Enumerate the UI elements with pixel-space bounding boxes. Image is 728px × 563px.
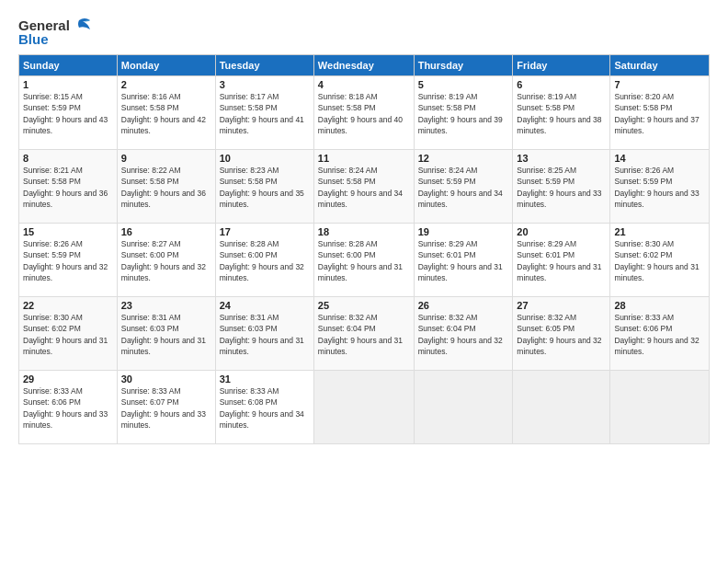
day-number: 12 xyxy=(418,153,509,164)
calendar-cell: 15 Sunrise: 8:26 AMSunset: 5:59 PMDaylig… xyxy=(19,224,118,297)
day-info: Sunrise: 8:16 AMSunset: 5:58 PMDaylight:… xyxy=(121,92,206,135)
calendar: SundayMondayTuesdayWednesdayThursdayFrid… xyxy=(18,54,710,444)
calendar-cell: 25 Sunrise: 8:32 AMSunset: 6:04 PMDaylig… xyxy=(313,297,414,371)
calendar-cell: 1 Sunrise: 8:15 AMSunset: 5:59 PMDayligh… xyxy=(19,76,118,150)
calendar-cell xyxy=(414,371,513,444)
day-info: Sunrise: 8:17 AMSunset: 5:58 PMDaylight:… xyxy=(220,92,304,135)
calendar-cell: 23 Sunrise: 8:31 AMSunset: 6:03 PMDaylig… xyxy=(117,297,215,371)
day-number: 3 xyxy=(220,79,310,90)
logo-general: General xyxy=(18,17,70,33)
day-info: Sunrise: 8:32 AMSunset: 6:04 PMDaylight:… xyxy=(318,313,403,356)
day-info: Sunrise: 8:29 AMSunset: 6:01 PMDaylight:… xyxy=(517,239,601,282)
day-number: 5 xyxy=(418,79,509,90)
calendar-cell: 6 Sunrise: 8:19 AMSunset: 5:58 PMDayligh… xyxy=(513,76,610,150)
day-info: Sunrise: 8:26 AMSunset: 5:59 PMDaylight:… xyxy=(614,166,699,209)
logo: General Blue xyxy=(18,17,92,47)
weekday-header-row: SundayMondayTuesdayWednesdayThursdayFrid… xyxy=(19,55,710,76)
day-number: 26 xyxy=(418,300,509,311)
day-number: 25 xyxy=(318,300,410,311)
calendar-cell: 22 Sunrise: 8:30 AMSunset: 6:02 PMDaylig… xyxy=(19,297,118,371)
calendar-cell: 18 Sunrise: 8:28 AMSunset: 6:00 PMDaylig… xyxy=(313,224,414,297)
day-number: 1 xyxy=(23,79,113,90)
day-number: 29 xyxy=(23,373,113,385)
day-number: 7 xyxy=(614,79,705,90)
calendar-cell: 7 Sunrise: 8:20 AMSunset: 5:58 PMDayligh… xyxy=(610,76,710,150)
day-info: Sunrise: 8:28 AMSunset: 6:00 PMDaylight:… xyxy=(220,239,304,282)
page: General Blue SundayMondayTuesdayWednesda… xyxy=(0,0,728,563)
calendar-cell: 20 Sunrise: 8:29 AMSunset: 6:01 PMDaylig… xyxy=(513,224,610,297)
day-info: Sunrise: 8:26 AMSunset: 5:59 PMDaylight:… xyxy=(23,239,108,282)
day-info: Sunrise: 8:33 AMSunset: 6:06 PMDaylight:… xyxy=(614,313,699,356)
weekday-label: Wednesday xyxy=(313,55,414,76)
calendar-cell: 31 Sunrise: 8:33 AMSunset: 6:08 PMDaylig… xyxy=(215,371,313,444)
day-info: Sunrise: 8:20 AMSunset: 5:58 PMDaylight:… xyxy=(614,92,699,135)
calendar-cell: 19 Sunrise: 8:29 AMSunset: 6:01 PMDaylig… xyxy=(414,224,513,297)
calendar-cell: 28 Sunrise: 8:33 AMSunset: 6:06 PMDaylig… xyxy=(610,297,710,371)
calendar-cell: 14 Sunrise: 8:26 AMSunset: 5:59 PMDaylig… xyxy=(610,150,710,224)
day-info: Sunrise: 8:27 AMSunset: 6:00 PMDaylight:… xyxy=(121,239,206,282)
calendar-header: SundayMondayTuesdayWednesdayThursdayFrid… xyxy=(19,55,710,76)
header: General Blue xyxy=(18,17,710,47)
day-info: Sunrise: 8:30 AMSunset: 6:02 PMDaylight:… xyxy=(614,239,699,282)
day-info: Sunrise: 8:23 AMSunset: 5:58 PMDaylight:… xyxy=(220,166,304,209)
logo-blue: Blue xyxy=(18,31,49,47)
day-info: Sunrise: 8:24 AMSunset: 5:58 PMDaylight:… xyxy=(318,166,403,209)
day-info: Sunrise: 8:28 AMSunset: 6:00 PMDaylight:… xyxy=(318,239,403,282)
day-number: 15 xyxy=(23,226,113,237)
calendar-cell: 2 Sunrise: 8:16 AMSunset: 5:58 PMDayligh… xyxy=(117,76,215,150)
day-info: Sunrise: 8:24 AMSunset: 5:59 PMDaylight:… xyxy=(418,166,503,209)
calendar-cell xyxy=(610,371,710,444)
day-number: 31 xyxy=(220,373,310,385)
day-number: 16 xyxy=(121,226,211,237)
day-number: 17 xyxy=(220,226,310,237)
day-info: Sunrise: 8:33 AMSunset: 6:08 PMDaylight:… xyxy=(220,386,304,430)
calendar-cell: 21 Sunrise: 8:30 AMSunset: 6:02 PMDaylig… xyxy=(610,224,710,297)
day-number: 14 xyxy=(614,153,705,164)
calendar-cell: 5 Sunrise: 8:19 AMSunset: 5:58 PMDayligh… xyxy=(414,76,513,150)
day-info: Sunrise: 8:25 AMSunset: 5:59 PMDaylight:… xyxy=(517,166,601,209)
day-info: Sunrise: 8:29 AMSunset: 6:01 PMDaylight:… xyxy=(418,239,503,282)
weekday-label: Thursday xyxy=(414,55,513,76)
calendar-cell: 29 Sunrise: 8:33 AMSunset: 6:06 PMDaylig… xyxy=(19,371,118,444)
calendar-cell: 3 Sunrise: 8:17 AMSunset: 5:58 PMDayligh… xyxy=(215,76,313,150)
day-info: Sunrise: 8:15 AMSunset: 5:59 PMDaylight:… xyxy=(23,92,108,135)
day-number: 18 xyxy=(318,226,410,237)
day-number: 2 xyxy=(121,79,211,90)
day-info: Sunrise: 8:31 AMSunset: 6:03 PMDaylight:… xyxy=(220,313,304,356)
day-info: Sunrise: 8:21 AMSunset: 5:58 PMDaylight:… xyxy=(23,166,108,209)
day-info: Sunrise: 8:19 AMSunset: 5:58 PMDaylight:… xyxy=(517,92,601,135)
day-info: Sunrise: 8:33 AMSunset: 6:06 PMDaylight:… xyxy=(23,386,108,430)
weekday-label: Saturday xyxy=(610,55,710,76)
day-info: Sunrise: 8:32 AMSunset: 6:04 PMDaylight:… xyxy=(418,313,503,356)
day-info: Sunrise: 8:32 AMSunset: 6:05 PMDaylight:… xyxy=(517,313,601,356)
day-number: 9 xyxy=(121,153,211,164)
calendar-cell: 27 Sunrise: 8:32 AMSunset: 6:05 PMDaylig… xyxy=(513,297,610,371)
calendar-cell: 13 Sunrise: 8:25 AMSunset: 5:59 PMDaylig… xyxy=(513,150,610,224)
calendar-cell: 8 Sunrise: 8:21 AMSunset: 5:58 PMDayligh… xyxy=(19,150,118,224)
calendar-cell: 4 Sunrise: 8:18 AMSunset: 5:58 PMDayligh… xyxy=(313,76,414,150)
calendar-cell: 11 Sunrise: 8:24 AMSunset: 5:58 PMDaylig… xyxy=(313,150,414,224)
calendar-cell: 26 Sunrise: 8:32 AMSunset: 6:04 PMDaylig… xyxy=(414,297,513,371)
calendar-cell: 17 Sunrise: 8:28 AMSunset: 6:00 PMDaylig… xyxy=(215,224,313,297)
calendar-cell xyxy=(513,371,610,444)
day-number: 23 xyxy=(121,300,211,311)
day-number: 19 xyxy=(418,226,509,237)
day-number: 20 xyxy=(517,226,606,237)
day-info: Sunrise: 8:33 AMSunset: 6:07 PMDaylight:… xyxy=(121,386,206,430)
day-info: Sunrise: 8:31 AMSunset: 6:03 PMDaylight:… xyxy=(121,313,206,356)
day-number: 21 xyxy=(614,226,705,237)
logo-bird-icon xyxy=(72,17,92,33)
calendar-cell: 24 Sunrise: 8:31 AMSunset: 6:03 PMDaylig… xyxy=(215,297,313,371)
calendar-cell: 10 Sunrise: 8:23 AMSunset: 5:58 PMDaylig… xyxy=(215,150,313,224)
day-number: 6 xyxy=(517,79,606,90)
calendar-cell xyxy=(313,371,414,444)
weekday-label: Friday xyxy=(513,55,610,76)
day-number: 27 xyxy=(517,300,606,311)
day-info: Sunrise: 8:18 AMSunset: 5:58 PMDaylight:… xyxy=(318,92,403,135)
day-number: 10 xyxy=(220,153,310,164)
logo-image: General Blue xyxy=(18,17,92,47)
calendar-cell: 9 Sunrise: 8:22 AMSunset: 5:58 PMDayligh… xyxy=(117,150,215,224)
weekday-label: Monday xyxy=(117,55,215,76)
day-number: 30 xyxy=(121,373,211,385)
calendar-cell: 30 Sunrise: 8:33 AMSunset: 6:07 PMDaylig… xyxy=(117,371,215,444)
